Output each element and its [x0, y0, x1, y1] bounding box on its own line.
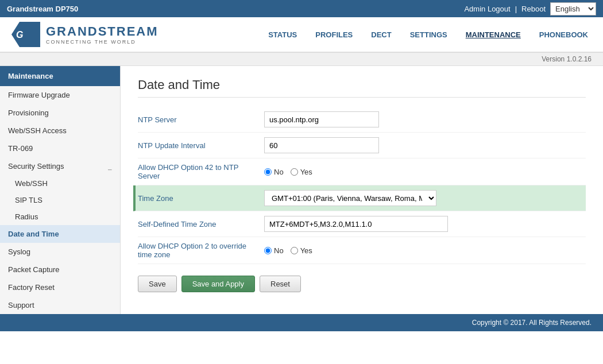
control-timezone: GMT+01:00 (Paris, Vienna, Warsaw, Roma, … — [264, 190, 583, 206]
security-settings-expand-icon: ⎯ — [108, 163, 112, 170]
radio-group-dhcp-2: No Yes — [264, 246, 586, 255]
nav-dect[interactable]: DECT — [368, 28, 395, 41]
sidebar-subitem-sip-tls[interactable]: SIP TLS — [0, 192, 120, 208]
sidebar: Maintenance Firmware Upgrade Provisionin… — [0, 66, 121, 314]
main-nav: STATUS PROFILES DECT SETTINGS MAINTENANC… — [265, 28, 592, 41]
topbar: Grandstream DP750 Admin Logout | Reboot … — [0, 0, 603, 17]
form-row-timezone: Time Zone GMT+01:00 (Paris, Vienna, Wars… — [133, 185, 586, 211]
logo-icon: G — [11, 22, 40, 47]
sidebar-item-security-settings[interactable]: Security Settings ⎯ — [0, 157, 120, 175]
radio-no-dhcp2[interactable] — [264, 247, 272, 254]
sidebar-item-factory-reset[interactable]: Factory Reset — [0, 278, 120, 296]
form-row-dhcp-42: Allow DHCP Option 42 to NTP Server No Ye… — [138, 158, 586, 185]
admin-logout-link[interactable]: Admin Logout — [464, 5, 510, 13]
sidebar-item-provisioning[interactable]: Provisioning — [0, 104, 120, 122]
sidebar-item-tr-069[interactable]: TR-069 — [0, 140, 120, 157]
nav-profiles[interactable]: PROFILES — [312, 28, 356, 41]
nav-status[interactable]: STATUS — [265, 28, 300, 41]
sidebar-item-web-ssh-access[interactable]: Web/SSH Access — [0, 122, 120, 140]
footer: Copyright © 2017. All Rights Reserved. — [0, 314, 603, 331]
radio-label-yes-dhcp2[interactable]: Yes — [291, 246, 312, 255]
sidebar-item-support[interactable]: Support — [0, 296, 120, 314]
topbar-title: Grandstream DP750 — [7, 5, 78, 13]
radio-label-no-dhcp2[interactable]: No — [264, 246, 284, 255]
logo-area: G GRANDSTREAM CONNECTING THE WORLD — [11, 22, 159, 47]
input-ntp-interval[interactable] — [264, 137, 379, 153]
save-button[interactable]: Save — [138, 276, 177, 292]
control-dhcp-2: No Yes — [264, 246, 586, 255]
nav-settings[interactable]: SETTINGS — [407, 28, 451, 41]
label-ntp-interval: NTP Update Interval — [138, 141, 264, 150]
label-dhcp-2: Allow DHCP Option 2 to override time zon… — [138, 242, 264, 259]
form-section: NTP Server NTP Update Interval Allow DHC… — [138, 107, 586, 292]
sidebar-item-packet-capture[interactable]: Packet Capture — [0, 261, 120, 278]
reboot-link[interactable]: Reboot — [521, 5, 546, 13]
main-layout: Maintenance Firmware Upgrade Provisionin… — [0, 66, 603, 314]
version-text: Version 1.0.2.16 — [542, 55, 592, 63]
form-row-dhcp-2: Allow DHCP Option 2 to override time zon… — [138, 237, 586, 264]
control-dhcp-42: No Yes — [264, 168, 586, 176]
label-self-defined-tz: Self-Defined Time Zone — [138, 220, 264, 229]
header: G GRANDSTREAM CONNECTING THE WORLD STATU… — [0, 17, 603, 53]
sidebar-item-firmware-upgrade[interactable]: Firmware Upgrade — [0, 86, 120, 104]
logo-text: GRANDSTREAM CONNECTING THE WORLD — [46, 24, 159, 45]
save-and-apply-button[interactable]: Save and Apply — [181, 276, 255, 292]
form-row-ntp-server: NTP Server — [138, 107, 586, 133]
label-ntp-server: NTP Server — [138, 115, 264, 124]
nav-maintenance[interactable]: MAINTENANCE — [462, 28, 524, 41]
radio-label-yes-dhcp42[interactable]: Yes — [291, 168, 312, 176]
page-title: Date and Time — [138, 78, 586, 98]
input-ntp-server[interactable] — [264, 111, 379, 127]
sidebar-subitem-radius[interactable]: Radius — [0, 208, 120, 225]
svg-text:G: G — [16, 30, 23, 40]
sidebar-item-syslog[interactable]: Syslog — [0, 243, 120, 261]
nav-phonebook[interactable]: PHONEBOOK — [536, 28, 592, 41]
logo-tagline: CONNECTING THE WORLD — [46, 39, 159, 45]
sidebar-item-date-and-time[interactable]: Date and Time — [0, 225, 120, 243]
button-row: Save Save and Apply Reset — [138, 276, 586, 292]
sidebar-header: Maintenance — [0, 66, 120, 86]
label-timezone: Time Zone — [138, 194, 264, 203]
radio-group-dhcp-42: No Yes — [264, 168, 586, 176]
reset-button[interactable]: Reset — [260, 276, 301, 292]
form-row-ntp-interval: NTP Update Interval — [138, 133, 586, 158]
input-self-defined-tz[interactable] — [264, 216, 448, 232]
label-dhcp-42: Allow DHCP Option 42 to NTP Server — [138, 163, 264, 180]
content-area: Date and Time NTP Server NTP Update Inte… — [121, 66, 603, 314]
control-ntp-server — [264, 111, 586, 127]
radio-no-dhcp42[interactable] — [264, 168, 272, 176]
language-select[interactable]: English 中文 Español Français Deutsch — [550, 2, 596, 16]
radio-yes-dhcp42[interactable] — [291, 168, 298, 176]
logo-brand: GRANDSTREAM — [46, 24, 159, 39]
select-timezone[interactable]: GMT+01:00 (Paris, Vienna, Warsaw, Roma, … — [264, 190, 436, 206]
control-self-defined-tz — [264, 216, 586, 232]
version-bar: Version 1.0.2.16 — [0, 53, 603, 66]
topbar-right: Admin Logout | Reboot English 中文 Español… — [464, 2, 596, 16]
radio-label-no-dhcp42[interactable]: No — [264, 168, 284, 176]
form-row-self-defined-tz: Self-Defined Time Zone — [138, 211, 586, 237]
sidebar-subitem-web-ssh[interactable]: Web/SSH — [0, 175, 120, 192]
footer-text: Copyright © 2017. All Rights Reserved. — [472, 319, 592, 327]
control-ntp-interval — [264, 137, 586, 153]
radio-yes-dhcp2[interactable] — [291, 247, 298, 254]
